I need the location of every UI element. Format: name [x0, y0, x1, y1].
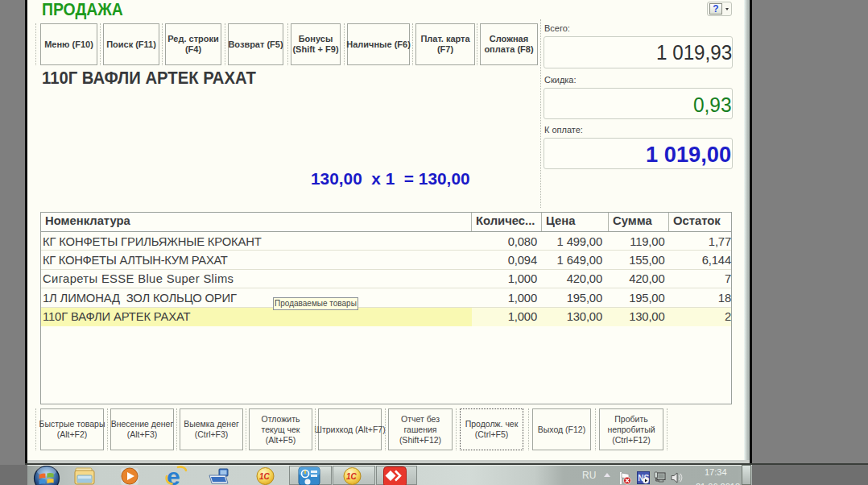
svg-text:1С: 1С — [259, 472, 271, 481]
svg-text:1С: 1С — [346, 472, 358, 481]
